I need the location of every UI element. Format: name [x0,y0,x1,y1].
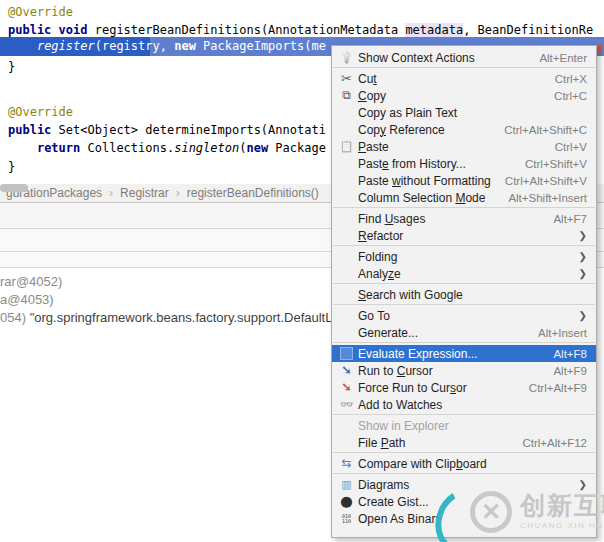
menu-item-label: Folding [356,250,397,264]
menu-item-create-gist[interactable]: ⬤Create Gist... [332,493,596,510]
menu-item-search-with-google[interactable]: Search with Google [332,286,596,303]
menu-item-label: Go To [356,309,390,323]
editor-context-menu: 💡Show Context ActionsAlt+Enter✂CutCtrl+X… [331,45,597,538]
menu-item-shortcut: Alt+F8 [539,348,587,360]
menu-icon-spacer [337,325,356,340]
menu-item-label: Search with Google [356,288,463,302]
menu-item-run-to-cursor[interactable]: ➘Run to CursorAlt+F9 [332,362,596,379]
submenu-arrow-icon: ❯ [565,268,587,279]
menu-item-copy-reference[interactable]: Copy ReferenceCtrl+Alt+Shift+C [332,121,596,138]
copy-icon: ⧉ [337,88,356,103]
compare-icon: ⇆ [337,456,356,471]
submenu-arrow-icon: ❯ [565,251,587,262]
menu-item-find-usages[interactable]: Find UsagesAlt+F7 [332,210,596,227]
error-stripe-mark [598,44,602,53]
submenu-arrow-icon: ❯ [565,310,587,321]
menu-separator [332,282,596,286]
menu-item-label: Analyze [356,267,401,281]
menu-icon-spacer [337,156,356,171]
menu-item-force-run-to-cursor[interactable]: ➘Force Run to CursorCtrl+Alt+F9 [332,379,596,396]
menu-item-shortcut: Ctrl+X [541,73,587,85]
menu-separator [332,472,596,476]
menu-item-label: Paste [356,140,389,154]
menu-icon-spacer [337,266,356,281]
menu-item-shortcut: Alt+Enter [525,52,587,64]
menu-item-label: Column Selection Mode [356,191,485,205]
menu-item-shortcut: Alt+Shift+Insert [494,192,587,204]
menu-item-analyze[interactable]: Analyze❯ [332,265,596,282]
submenu-arrow-icon: ❯ [565,479,587,490]
menu-item-label: Evaluate Expression... [356,347,477,361]
clipboard-icon: 📋 [337,139,356,154]
menu-item-show-context-actions[interactable]: 💡Show Context ActionsAlt+Enter [332,49,596,66]
menu-item-label: Paste from History... [356,157,466,171]
menu-item-shortcut: Alt+F7 [539,213,587,225]
menu-icon-spacer [337,173,356,188]
menu-item-copy[interactable]: ⧉CopyCtrl+C [332,87,596,104]
menu-item-label: Create Gist... [356,495,429,509]
menu-item-label: Run to Cursor [356,364,433,378]
menu-item-label: Show in Explorer [356,419,449,433]
menu-item-evaluate-expression[interactable]: Evaluate Expression...Alt+F8 [332,345,596,362]
menu-separator [332,206,596,210]
scissors-icon: ✂ [337,71,356,86]
menu-item-label: Force Run to Cursor [356,381,467,395]
menu-item-label: Cut [356,72,377,86]
force-run-cursor-icon: ➘ [337,380,356,395]
menu-icon-spacer [337,228,356,243]
menu-item-shortcut: Ctrl+Alt+Shift+V [491,175,587,187]
github-icon: ⬤ [337,494,356,509]
menu-item-shortcut: Ctrl+C [540,90,587,102]
diagrams-icon: ▥ [337,477,356,492]
menu-icon-spacer [337,105,356,120]
menu-item-label: Copy Reference [356,123,445,137]
menu-item-shortcut: Ctrl+Alt+F9 [515,382,587,394]
lightbulb-icon: 💡 [337,50,356,65]
submenu-arrow-icon: ❯ [565,230,587,241]
menu-item-copy-as-plain-text[interactable]: Copy as Plain Text [332,104,596,121]
menu-item-go-to[interactable]: Go To❯ [332,307,596,324]
ide-screen: @Overridepublic void registerBeanDefinit… [0,0,604,542]
menu-item-folding[interactable]: Folding❯ [332,248,596,265]
menu-item-file-path[interactable]: File PathCtrl+Alt+F12 [332,434,596,451]
breadcrumb-item[interactable]: Registrar [116,184,173,202]
menu-item-label: Add to Watches [356,398,442,412]
menu-separator [332,66,596,70]
menu-item-shortcut: Ctrl+Alt+F12 [508,437,587,449]
breadcrumb-separator: › [106,184,116,202]
watches-icon: 👓 [337,397,356,412]
run-cursor-icon: ➘ [337,363,356,378]
menu-separator [332,451,596,455]
binary-icon: 010 110 [337,511,356,526]
menu-item-diagrams[interactable]: ▥Diagrams❯ [332,476,596,493]
menu-item-refactor[interactable]: Refactor❯ [332,227,596,244]
menu-item-label: Show Context Actions [356,51,475,65]
menu-separator [332,244,596,248]
menu-separator [332,341,596,345]
menu-item-open-as-binary[interactable]: 010 110Open As Binary [332,510,596,527]
evaluate-icon [337,346,356,361]
menu-item-label: File Path [356,436,405,450]
menu-separator [332,303,596,307]
menu-item-cut[interactable]: ✂CutCtrl+X [332,70,596,87]
menu-item-paste[interactable]: 📋PasteCtrl+V [332,138,596,155]
menu-item-add-to-watches[interactable]: 👓Add to Watches [332,396,596,413]
menu-item-label: Compare with Clipboard [356,457,487,471]
menu-item-shortcut: Ctrl+Alt+Shift+C [490,124,587,136]
menu-item-paste-without-formatting[interactable]: Paste without FormattingCtrl+Alt+Shift+V [332,172,596,189]
menu-icon-spacer [337,418,356,433]
breadcrumb-separator: › [173,184,183,202]
menu-item-generate[interactable]: Generate...Alt+Insert [332,324,596,341]
menu-item-label: Copy as Plain Text [356,106,457,120]
menu-item-column-selection-mode[interactable]: Column Selection ModeAlt+Shift+Insert [332,189,596,206]
menu-item-label: Open As Binary [356,512,441,526]
code-line[interactable]: @Override [0,3,604,21]
breadcrumb-item[interactable]: registerBeanDefinitions() [183,184,323,202]
menu-item-shortcut: Alt+F9 [539,365,587,377]
menu-item-label: Copy [356,89,386,103]
horizontal-scrollbar-thumb[interactable] [0,184,28,192]
menu-icon-spacer [337,435,356,450]
menu-item-shortcut: Ctrl+Shift+V [511,158,587,170]
menu-item-paste-from-history[interactable]: Paste from History...Ctrl+Shift+V [332,155,596,172]
menu-item-compare-with-clipboard[interactable]: ⇆Compare with Clipboard [332,455,596,472]
